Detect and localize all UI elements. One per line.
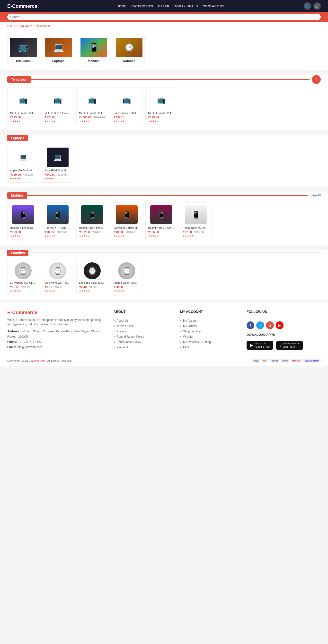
footer-myaccount-item-5[interactable]: FAQ	[180, 346, 239, 349]
product-watch-1[interactable]: ⌚ LD-W1065-SLV-CH An... ₹18.50 ₹33.75 ★★…	[7, 260, 39, 295]
product-stars-laptop-2: ★★★★☆	[44, 177, 71, 180]
youtube-icon[interactable]: ▶	[276, 322, 284, 329]
product-price-watch-3: ₹2.40 ₹3.50	[79, 286, 105, 289]
copyright-text: Copyright © 2021 Viaviweb.com . All Righ…	[7, 359, 72, 362]
product-img-watch-2: ⌚	[49, 262, 66, 279]
company-link[interactable]: Viaviweb.com	[29, 359, 46, 362]
product-mobile-5[interactable]: 📱 Redmi Note 7S (Onyx ... ₹166.38 ★★★★★	[146, 202, 177, 240]
product-mobile-2[interactable]: 📱 Realme XT (Pearl Blue... ₹185.50 ₹237.…	[42, 202, 74, 240]
site-logo[interactable]: E-Commerce	[7, 4, 37, 9]
product-price-mobile-2: ₹185.50 ₹237.05	[44, 230, 71, 234]
googleplus-icon[interactable]: g	[266, 322, 274, 329]
mobiles-view-all[interactable]: View All	[310, 194, 321, 197]
product-img-watch-4: ⌚	[118, 262, 135, 279]
footer-about-item-1[interactable]: Terms Of Use	[113, 324, 173, 328]
product-watch-2[interactable]: ⌚ LD-BK040-WHT-BLK A... ₹9.85 ₹14.07 ★★★…	[42, 260, 74, 295]
footer-myaccount-item-3[interactable]: Wishlist	[180, 335, 239, 338]
footer-myaccount-item-0[interactable]: My Account	[180, 319, 239, 322]
product-watch-4[interactable]: ⌚ Analog Watch Of Lois ... ₹60.00 ★★★★★	[111, 260, 142, 295]
product-img-watch-1: ⌚	[14, 262, 32, 279]
category-card-watches[interactable]: ⌚ Watches	[113, 35, 145, 66]
nav-contact-us[interactable]: CONTACT US	[203, 4, 224, 8]
category-img-watches: ⌚	[116, 38, 142, 57]
product-tv-2[interactable]: 📺 Mi LED Smart TV 4A 80... ₹175.84 ★★★★★	[42, 88, 74, 125]
google-play-button[interactable]: ▶ GET IT ON Google Play	[246, 341, 273, 350]
footer-myaccount-item-4[interactable]: My Reviews & Rating	[180, 340, 239, 344]
product-price-tv-2: ₹175.84	[44, 116, 71, 119]
footer-myaccount-item-2[interactable]: Shopping Cart	[180, 330, 239, 333]
product-tv-3[interactable]: 📺 Mi LED Smart TV 4 Pro... ₹4000.00 ₹800…	[76, 88, 108, 125]
product-name-tv-5: Mi LED Smart TV 4A PR...	[148, 112, 174, 114]
product-mobile-6[interactable]: 📱 Redmi Note 7S (Astro ... ₹77.50 ₹155.0…	[180, 202, 212, 240]
category-img-laptops: 💻	[45, 38, 72, 57]
category-card-laptops[interactable]: 💻 Laptops	[42, 35, 74, 66]
header: E-Commerce HOME CATEGORIES OFFER TODAY D…	[0, 0, 328, 12]
product-laptop-2[interactable]: 💻 Asus ROG Strix G Core ... ₹240.00 ₹300…	[42, 145, 74, 182]
product-name-mobile-3: Redmi Note 8 Pro (Ga...	[79, 226, 105, 229]
watches-section-header: Watches	[7, 250, 321, 256]
product-img-tv-4: 📺	[116, 90, 138, 110]
product-stars-tv-4: ★★★★★	[114, 120, 140, 122]
footer-myaccount-item-1[interactable]: My Orders	[180, 324, 239, 328]
nav-offer[interactable]: OFFER	[158, 4, 170, 8]
nav-categories[interactable]: CATEGORIES	[131, 4, 153, 8]
product-img-tv-5: 📺	[150, 90, 172, 110]
product-tv-1[interactable]: 📺 Mi LED Smart TV 4A 10... ₹323.56 ★★★★★	[7, 88, 39, 125]
product-name-watch-3: Lcs-8181 Black Dial Da...	[79, 281, 105, 284]
scroll-up-button[interactable]: ⇧	[312, 75, 321, 84]
product-stars-mobile-6: ★★★★★	[182, 234, 209, 237]
cart-icon[interactable]: 🛒	[314, 2, 321, 10]
television-section-header: Television ⇧	[7, 75, 321, 84]
app-store-button[interactable]:  Download on the App Store	[276, 341, 303, 350]
category-card-mobiles[interactable]: 📱 Mobiles	[78, 35, 110, 66]
product-mobile-1[interactable]: 📱 Realme 5 Pro (Sparkli... ₹133.00 ★★★★★	[7, 202, 39, 240]
category-name-television: Television	[10, 59, 36, 63]
product-name-tv-4: Sony Bravia R202F 80...	[114, 112, 140, 114]
product-tv-4[interactable]: 📺 Sony Bravia R202F 80... ₹239.15 ★★★★★	[111, 88, 142, 125]
footer-description: What is Lorem Ipsum? Lorem Ipsum is simp…	[7, 318, 106, 326]
product-name-mobile-5: Redmi Note 7S (Onyx ...	[148, 226, 174, 229]
product-stars-mobile-5: ★★★★★	[148, 234, 174, 237]
product-tv-5[interactable]: 📺 Mi LED Smart TV 4A PR... ₹175.84 ★★★★★	[146, 88, 177, 125]
facebook-icon[interactable]: f	[246, 322, 254, 329]
footer-about-list: About Us Terms Of Use Privacy Refund Ret…	[113, 319, 173, 349]
product-name-watch-1: LD-W1065-SLV-CH An...	[10, 281, 36, 284]
nav-today-deals[interactable]: TODAY DEALS	[174, 4, 198, 8]
search-input[interactable]	[7, 14, 321, 20]
product-name-mobile-4: Samsung Galaxy M30...	[114, 226, 140, 229]
breadcrumb-category[interactable]: Category	[20, 24, 32, 28]
category-name-mobiles: Mobiles	[80, 59, 107, 63]
television-section: Television ⇧ 📺 Mi LED Smart TV 4A 10... …	[0, 75, 328, 130]
mobiles-section: Mobiles View All 📱 Realme 5 Pro (Sparkli…	[0, 192, 328, 245]
breadcrumb: Home > Category > Electronics	[0, 22, 328, 30]
product-stars-mobile-2: ★★★★★	[44, 234, 71, 237]
download-apps-title: DOWNLOAD APPS	[246, 333, 321, 336]
category-section: 📺 Television 💻 Laptops 📱 Mobiles ⌚ Watch…	[0, 30, 328, 70]
category-card-television[interactable]: 📺 Television	[7, 35, 39, 66]
payment-skrill: Skrill	[281, 359, 289, 362]
google-play-text: GET IT ON Google Play	[255, 342, 270, 348]
app-store-text: Download on the App Store	[283, 342, 300, 348]
product-name-laptop-1: Apple MacBook Air Co...	[10, 169, 36, 172]
product-stars-watch-4: ★★★★★	[114, 290, 140, 292]
user-icon[interactable]: 👤	[304, 2, 311, 10]
product-mobile-4[interactable]: 📱 Samsung Galaxy M30... ₹108.00 ₹216.15 …	[111, 202, 142, 240]
breadcrumb-electronics[interactable]: Electronics	[37, 24, 51, 28]
footer-about-item-2[interactable]: Privacy	[113, 330, 173, 333]
mobiles-section-line	[27, 195, 308, 196]
breadcrumb-home[interactable]: Home	[7, 24, 15, 28]
footer-about-col: ABOUT About Us Terms Of Use Privacy Refu…	[113, 310, 173, 351]
footer-about-item-3[interactable]: Refund Return Policy	[113, 335, 173, 338]
footer-about-item-4[interactable]: Cancellation Policy	[113, 340, 173, 344]
footer-about-item-0[interactable]: About Us	[113, 319, 173, 322]
nav-home[interactable]: HOME	[116, 4, 126, 8]
product-img-mobile-1: 📱	[12, 205, 34, 224]
footer-follow-title: FOLLOW US	[246, 310, 267, 315]
product-laptop-1[interactable]: 💻 Apple MacBook Air Co... ₹160.00 ₹200.0…	[7, 145, 39, 182]
twitter-icon[interactable]: t	[256, 322, 264, 329]
mobiles-products: 📱 Realme 5 Pro (Sparkli... ₹133.00 ★★★★★…	[0, 198, 328, 245]
product-mobile-3[interactable]: 📱 Redmi Note 8 Pro (Ga... ₹132.00 ₹264.8…	[76, 202, 108, 240]
footer-myaccount-list: My Account My Orders Shopping Cart Wishl…	[180, 319, 239, 349]
footer-about-item-5[interactable]: Payment	[113, 346, 173, 349]
product-watch-3[interactable]: ⌚ Lcs-8181 Black Dial Da... ₹2.40 ₹3.50 …	[76, 260, 108, 295]
